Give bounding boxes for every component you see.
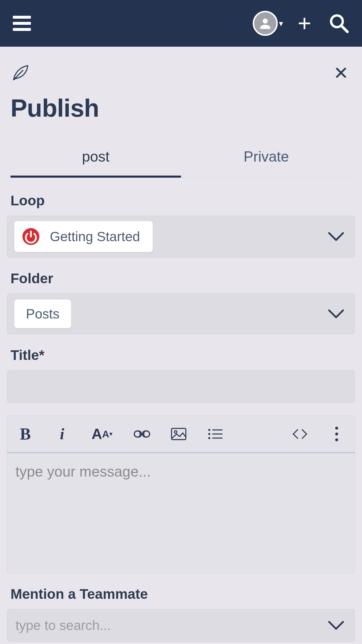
title-input[interactable] bbox=[7, 370, 355, 403]
loop-chip-label: Getting Started bbox=[50, 229, 140, 244]
dots-vertical-icon bbox=[328, 426, 345, 442]
plus-icon: + bbox=[298, 12, 311, 35]
svg-point-8 bbox=[208, 429, 210, 431]
chevron-down-icon: ▾ bbox=[279, 19, 283, 28]
svg-point-14 bbox=[335, 427, 338, 430]
page-header: ✕ Publish post Private bbox=[0, 47, 362, 178]
svg-point-7 bbox=[174, 431, 177, 433]
message-input[interactable]: type your message... bbox=[7, 453, 355, 573]
svg-point-15 bbox=[335, 433, 338, 435]
folder-chip-label: Posts bbox=[26, 306, 59, 322]
loop-label: Loop bbox=[10, 192, 355, 209]
form-content: Loop Getting Started Folder Posts Title*… bbox=[0, 178, 362, 644]
chevron-down-icon bbox=[327, 620, 345, 631]
list-button[interactable] bbox=[206, 425, 225, 443]
code-button[interactable] bbox=[291, 425, 309, 443]
close-button[interactable]: ✕ bbox=[331, 60, 352, 87]
more-button[interactable] bbox=[327, 425, 346, 443]
hamburger-icon bbox=[13, 16, 31, 31]
folder-select[interactable]: Posts bbox=[7, 293, 355, 334]
search-button[interactable] bbox=[329, 13, 349, 34]
chevron-down-icon bbox=[327, 308, 345, 320]
link-button[interactable] bbox=[133, 425, 151, 443]
teammate-label: Mention a Teammate bbox=[10, 586, 355, 602]
tabs: post Private bbox=[10, 140, 352, 178]
add-button[interactable]: + bbox=[298, 12, 311, 35]
letter-a-icon: A bbox=[92, 426, 102, 442]
loop-chip: Getting Started bbox=[14, 221, 153, 252]
close-icon: ✕ bbox=[333, 63, 349, 83]
feather-icon bbox=[10, 62, 31, 84]
message-editor: B i AA▾ bbox=[7, 416, 355, 573]
chevron-down-icon bbox=[327, 231, 345, 242]
font-size-button[interactable]: AA▾ bbox=[89, 425, 115, 443]
power-icon bbox=[22, 228, 40, 246]
folder-label: Folder bbox=[10, 270, 355, 286]
page-title: Publish bbox=[10, 94, 352, 123]
link-icon bbox=[134, 426, 150, 442]
app-topbar: ▾ + bbox=[0, 0, 362, 47]
code-icon bbox=[292, 426, 308, 442]
svg-point-9 bbox=[208, 433, 210, 435]
menu-button[interactable] bbox=[13, 16, 31, 31]
teammate-select[interactable] bbox=[7, 609, 355, 642]
avatar-icon bbox=[253, 11, 278, 36]
image-icon bbox=[171, 426, 187, 442]
loop-select[interactable]: Getting Started bbox=[7, 216, 355, 258]
caret-down-icon: ▾ bbox=[109, 430, 113, 438]
search-icon bbox=[329, 13, 349, 34]
teammate-input[interactable] bbox=[15, 617, 347, 633]
folder-chip: Posts bbox=[14, 300, 71, 328]
image-button[interactable] bbox=[169, 425, 188, 443]
list-icon bbox=[207, 426, 224, 442]
bold-button[interactable]: B bbox=[16, 425, 35, 443]
tab-post[interactable]: post bbox=[10, 140, 181, 178]
profile-menu[interactable]: ▾ bbox=[253, 11, 283, 36]
svg-point-16 bbox=[335, 438, 338, 441]
svg-line-1 bbox=[342, 26, 347, 32]
editor-toolbar: B i AA▾ bbox=[7, 416, 355, 453]
message-placeholder: type your message... bbox=[15, 463, 151, 480]
svg-point-10 bbox=[208, 437, 210, 439]
tab-private[interactable]: Private bbox=[181, 140, 352, 178]
letter-a-small-icon: A bbox=[102, 428, 109, 440]
title-label: Title* bbox=[10, 347, 355, 363]
italic-button[interactable]: i bbox=[53, 425, 71, 443]
